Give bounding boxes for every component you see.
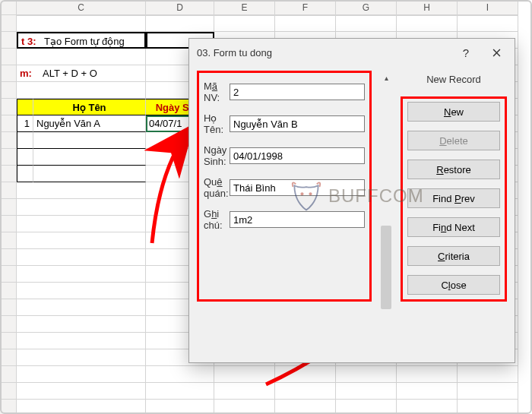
shortkey-tag: m: — [20, 67, 43, 80]
cell[interactable] — [146, 15, 214, 32]
label-ghi-chu: Ghi chú: — [204, 208, 230, 231]
scrollbar-thumb[interactable] — [381, 226, 391, 309]
cell[interactable] — [214, 15, 275, 32]
col-f[interactable]: F — [275, 0, 336, 15]
input-ngay-sinh[interactable] — [230, 147, 365, 164]
find-next-button[interactable]: Find Next — [407, 217, 500, 237]
label-ho-ten: Họ Tên: — [204, 112, 230, 135]
record-status: New Record — [401, 74, 507, 87]
col-e[interactable]: E — [214, 0, 275, 15]
input-ma-nv[interactable] — [230, 84, 365, 100]
col-headers: C D E F G H I — [0, 0, 526, 15]
form-scrollbar[interactable]: ▴ ▾ — [378, 71, 394, 302]
button-panel: New Delete Restore Find Prev Find Next C… — [401, 96, 507, 302]
step3-tag: t 3: — [21, 35, 44, 46]
close-icon[interactable] — [481, 41, 511, 64]
help-button[interactable]: ? — [451, 41, 481, 64]
label-que-quan: Quê quán: — [204, 176, 230, 199]
criteria-button[interactable]: Criteria — [407, 246, 500, 266]
input-ghi-chu[interactable] — [230, 211, 365, 228]
close-button[interactable]: Close — [407, 275, 500, 295]
col-h[interactable]: H — [397, 0, 458, 15]
shortkey-text: ALT + D + O — [43, 67, 97, 80]
restore-button[interactable]: Restore — [407, 160, 500, 179]
header-blank[interactable] — [17, 99, 33, 115]
scroll-up-icon[interactable]: ▴ — [379, 71, 393, 84]
cell[interactable] — [17, 15, 146, 32]
col-g[interactable]: G — [336, 0, 397, 15]
dialog-titlebar: 03. Form tu dong ? — [189, 39, 515, 66]
new-button[interactable]: New — [407, 102, 500, 122]
col-d[interactable]: D — [146, 0, 214, 15]
delete-button: Delete — [407, 131, 500, 150]
col-i[interactable]: I — [458, 0, 518, 15]
label-ma-nv: Mã NV: — [204, 81, 230, 103]
label-ngay-sinh: Ngày Sinh: — [204, 144, 230, 167]
col-c[interactable]: C — [17, 0, 146, 15]
find-prev-button[interactable]: Find Prev — [407, 188, 500, 208]
step3-text: Tạo Form tự động — [44, 35, 125, 46]
form-fields: Mã NV: Họ Tên: Ngày Sinh: Quê quán: Ghi … — [197, 71, 372, 302]
cell-ho-ten[interactable]: Nguyễn Văn A — [33, 115, 146, 132]
input-que-quan[interactable] — [230, 179, 365, 196]
row-index[interactable]: 1 — [17, 115, 33, 132]
header-ho-ten[interactable]: Họ Tên — [33, 99, 146, 115]
form-dialog: 03. Form tu dong ? Mã NV: Họ Tên: Ngày S… — [188, 38, 515, 363]
input-ho-ten[interactable] — [230, 115, 365, 132]
dialog-title: 03. Form tu dong — [197, 47, 451, 58]
